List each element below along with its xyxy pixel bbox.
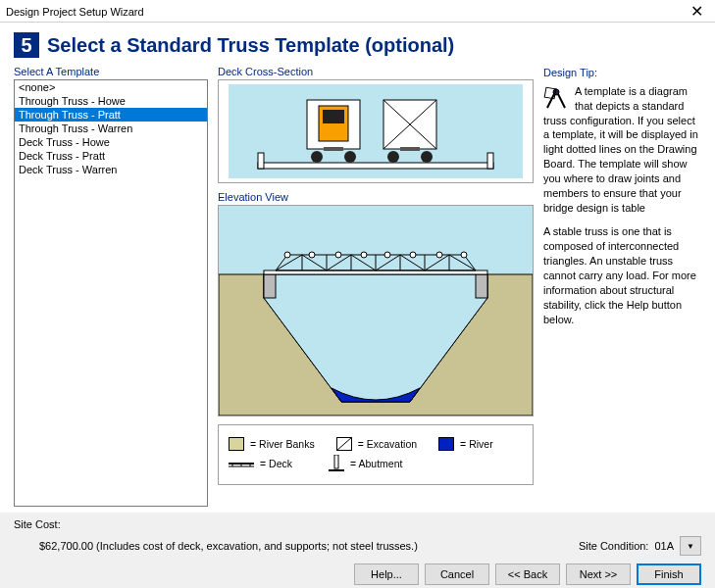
- site-cost-label: Site Cost:: [14, 518, 701, 530]
- svg-point-43: [384, 252, 390, 258]
- elevation-view-svg: [219, 206, 533, 416]
- site-condition: Site Condition: 01A ▼: [579, 536, 701, 556]
- title-bar: Design Project Setup Wizard ✕: [0, 0, 715, 23]
- template-item[interactable]: Through Truss - Warren: [15, 122, 207, 135]
- svg-rect-6: [323, 110, 344, 123]
- svg-line-47: [336, 437, 352, 451]
- template-item[interactable]: Deck Truss - Warren: [15, 163, 207, 176]
- help-button[interactable]: Help...: [354, 564, 419, 585]
- template-item[interactable]: Through Truss - Pratt: [15, 108, 207, 122]
- legend-river: = River: [438, 437, 517, 451]
- design-tip-box: Design Tip: A template is a diagram that…: [543, 66, 701, 326]
- finish-button[interactable]: Finish: [637, 564, 701, 585]
- elevation-label: Elevation View: [218, 191, 534, 203]
- legend-abutment: = Abutment: [329, 455, 407, 472]
- svg-rect-2: [258, 153, 264, 169]
- template-listbox[interactable]: <none>Through Truss - HoweThrough Truss …: [14, 79, 208, 507]
- legend-excavation: = Excavation: [336, 437, 417, 451]
- svg-point-39: [284, 252, 290, 258]
- svg-rect-53: [334, 455, 338, 468]
- site-cost-value: $62,700.00 (Includes cost of deck, excav…: [14, 540, 418, 552]
- svg-point-46: [461, 252, 467, 258]
- cancel-button[interactable]: Cancel: [425, 564, 489, 585]
- window-title: Design Project Setup Wizard: [6, 6, 144, 18]
- svg-point-13: [387, 151, 399, 163]
- svg-rect-3: [487, 153, 493, 169]
- back-button[interactable]: << Back: [495, 564, 560, 585]
- svg-point-45: [436, 252, 442, 258]
- close-icon[interactable]: ✕: [687, 4, 707, 20]
- legend-excavation-label: = Excavation: [358, 438, 417, 450]
- legend-deck: = Deck: [229, 457, 307, 470]
- deck-label: Deck Cross-Section: [218, 66, 534, 77]
- swatch-river: [438, 437, 454, 451]
- template-item[interactable]: <none>: [15, 80, 207, 94]
- design-tip-p2: A stable truss is one that is composed o…: [543, 224, 701, 326]
- svg-point-8: [344, 151, 356, 163]
- step-title: Select a Standard Truss Template (option…: [47, 34, 454, 57]
- svg-point-44: [410, 252, 416, 258]
- template-item[interactable]: Deck Truss - Howe: [15, 135, 207, 149]
- swatch-river-banks: [229, 437, 244, 451]
- svg-rect-18: [476, 274, 487, 298]
- svg-rect-15: [400, 147, 420, 151]
- svg-point-41: [335, 252, 341, 258]
- site-condition-dropdown[interactable]: ▼: [680, 536, 701, 556]
- next-button[interactable]: Next >>: [566, 564, 631, 585]
- legend-deck-label: = Deck: [260, 458, 292, 469]
- svg-rect-1: [258, 163, 493, 169]
- elevation-view-panel: [218, 205, 534, 416]
- swatch-abutment: [329, 455, 344, 472]
- template-item[interactable]: Deck Truss - Pratt: [15, 149, 207, 163]
- templates-label: Select A Template: [14, 66, 208, 77]
- svg-point-40: [309, 252, 315, 258]
- footer: Site Cost: $62,700.00 (Includes cost of …: [0, 513, 715, 556]
- svg-point-42: [361, 252, 367, 258]
- site-condition-value: 01A: [654, 540, 674, 552]
- design-tip-label: Design Tip:: [543, 66, 701, 80]
- button-row: Help... Cancel << Back Next >> Finish: [0, 556, 715, 588]
- deck-cross-section-panel: [218, 79, 534, 183]
- swatch-excavation: [336, 437, 352, 451]
- legend-abutment-label: = Abutment: [350, 458, 402, 469]
- drafting-tools-icon: [543, 86, 569, 112]
- main-content: 5 Select a Standard Truss Template (opti…: [0, 23, 715, 513]
- legend-river-banks-label: = River Banks: [250, 438, 315, 450]
- svg-point-7: [311, 151, 323, 163]
- svg-rect-19: [264, 270, 487, 274]
- legend-river-label: = River: [460, 438, 493, 450]
- legend-panel: = River Banks = Excavation = River: [218, 424, 534, 485]
- step-number: 5: [14, 32, 39, 58]
- step-heading: 5 Select a Standard Truss Template (opti…: [14, 32, 701, 58]
- deck-cross-section-svg: [229, 84, 523, 178]
- svg-point-14: [421, 151, 433, 163]
- template-item[interactable]: Through Truss - Howe: [15, 94, 207, 108]
- svg-rect-9: [324, 147, 343, 151]
- swatch-deck: [229, 457, 254, 470]
- legend-river-banks: = River Banks: [229, 437, 315, 451]
- site-condition-label: Site Condition:: [579, 540, 649, 552]
- svg-rect-17: [264, 274, 276, 298]
